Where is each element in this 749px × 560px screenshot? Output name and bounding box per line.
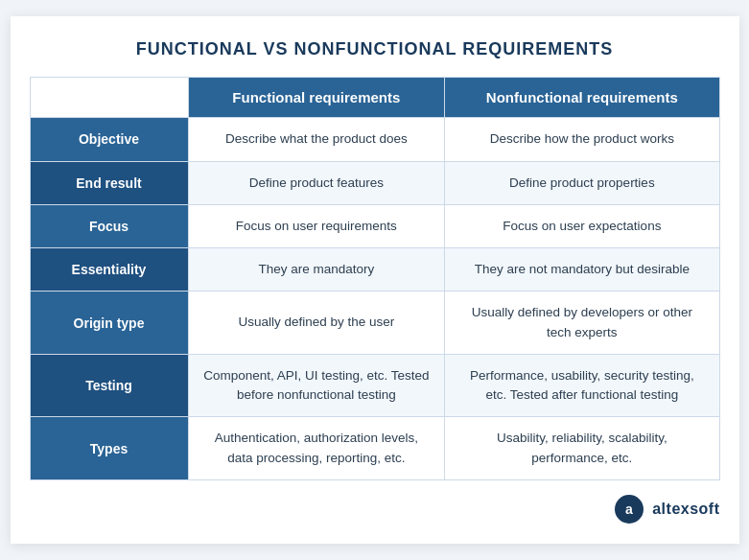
row-col2: Performance, usability, security testing… bbox=[445, 354, 719, 417]
comparison-table: Functional requirements Nonfunctional re… bbox=[30, 77, 720, 480]
row-col2: Focus on user expectations bbox=[445, 204, 719, 247]
row-label: Testing bbox=[30, 354, 188, 417]
table-row: Origin typeUsually defined by the userUs… bbox=[30, 292, 719, 355]
row-label: Objective bbox=[30, 118, 188, 161]
row-label: Focus bbox=[30, 204, 188, 247]
row-col2: Describe how the product works bbox=[445, 118, 719, 161]
row-label: End result bbox=[30, 161, 188, 204]
branding-area: a altexsoft bbox=[30, 494, 720, 525]
header-col1: Functional requirements bbox=[188, 78, 445, 118]
row-col1: Authentication, authorization levels, da… bbox=[188, 417, 445, 480]
main-card: FUNCTIONAL vs NONFUNCTIONAL REQUIREMENTS… bbox=[11, 16, 739, 544]
table-row: End resultDefine product featuresDefine … bbox=[30, 161, 719, 204]
row-col2: Define product properties bbox=[445, 161, 719, 204]
row-col1: Usually defined by the user bbox=[188, 292, 445, 355]
header-col2: Nonfunctional requirements bbox=[445, 78, 719, 118]
row-col2: They are not mandatory but desirable bbox=[445, 248, 719, 292]
header-row: Functional requirements Nonfunctional re… bbox=[30, 78, 719, 118]
table-row: ObjectiveDescribe what the product doesD… bbox=[30, 118, 719, 161]
table-row: TestingComponent, API, UI testing, etc. … bbox=[30, 354, 719, 417]
row-label: Essentiality bbox=[30, 248, 188, 292]
row-label: Origin type bbox=[30, 292, 188, 355]
row-col2: Usually defined by developers or other t… bbox=[445, 292, 719, 355]
row-col1: Define product features bbox=[188, 161, 445, 204]
branding-name: altexsoft bbox=[652, 501, 719, 518]
svg-text:a: a bbox=[625, 502, 633, 517]
row-col1: Focus on user requirements bbox=[188, 204, 445, 247]
row-col1: Describe what the product does bbox=[188, 118, 445, 161]
row-col2: Usability, reliability, scalability, per… bbox=[445, 417, 719, 480]
table-row: TypesAuthentication, authorization level… bbox=[30, 417, 719, 480]
row-col1: They are mandatory bbox=[188, 248, 445, 292]
altexsoft-logo: a bbox=[614, 494, 644, 525]
page-title: FUNCTIONAL vs NONFUNCTIONAL REQUIREMENTS bbox=[30, 39, 720, 59]
header-empty bbox=[30, 78, 188, 118]
table-row: EssentialityThey are mandatoryThey are n… bbox=[30, 248, 719, 292]
table-row: FocusFocus on user requirementsFocus on … bbox=[30, 204, 719, 247]
row-label: Types bbox=[30, 417, 188, 480]
row-col1: Component, API, UI testing, etc. Tested … bbox=[188, 354, 445, 417]
